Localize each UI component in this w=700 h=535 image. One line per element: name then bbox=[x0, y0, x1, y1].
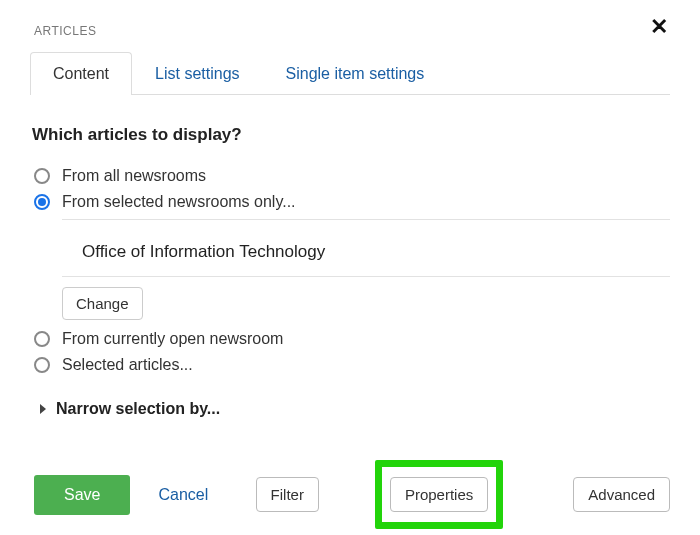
tab-bar: Content List settings Single item settin… bbox=[30, 52, 670, 95]
selected-newsroom-block: Office of Information Technology Change bbox=[62, 226, 670, 320]
tab-list-settings[interactable]: List settings bbox=[132, 52, 262, 95]
radio-label-current: From currently open newsroom bbox=[62, 330, 283, 348]
section-question: Which articles to display? bbox=[32, 125, 670, 145]
radio-option-all[interactable]: From all newsrooms bbox=[34, 167, 670, 185]
properties-highlight: Properties bbox=[375, 460, 503, 529]
caret-right-icon bbox=[40, 404, 46, 414]
narrow-selection-label: Narrow selection by... bbox=[56, 400, 220, 418]
filter-button[interactable]: Filter bbox=[256, 477, 319, 512]
radio-label-all: From all newsrooms bbox=[62, 167, 206, 185]
tab-content[interactable]: Content bbox=[30, 52, 132, 95]
radio-icon bbox=[34, 331, 50, 347]
change-button[interactable]: Change bbox=[62, 287, 143, 320]
radio-option-selected[interactable]: From selected newsrooms only... bbox=[34, 193, 670, 211]
save-button[interactable]: Save bbox=[34, 475, 130, 515]
radio-option-current[interactable]: From currently open newsroom bbox=[34, 330, 670, 348]
divider bbox=[62, 219, 670, 220]
radio-option-articles[interactable]: Selected articles... bbox=[34, 356, 670, 374]
radio-label-selected: From selected newsrooms only... bbox=[62, 193, 296, 211]
advanced-button[interactable]: Advanced bbox=[573, 477, 670, 512]
properties-button[interactable]: Properties bbox=[390, 477, 488, 512]
articles-source-radio-group: From all newsrooms From selected newsroo… bbox=[30, 167, 670, 374]
tab-single-item-settings[interactable]: Single item settings bbox=[263, 52, 448, 95]
radio-icon bbox=[34, 194, 50, 210]
narrow-selection-toggle[interactable]: Narrow selection by... bbox=[30, 400, 670, 418]
cancel-button[interactable]: Cancel bbox=[152, 485, 214, 505]
close-icon[interactable]: ✕ bbox=[650, 16, 670, 38]
panel-title: ARTICLES bbox=[30, 16, 96, 52]
footer-bar: Save Cancel Filter Properties Advanced bbox=[30, 460, 670, 529]
divider bbox=[62, 276, 670, 277]
radio-icon bbox=[34, 168, 50, 184]
radio-label-articles: Selected articles... bbox=[62, 356, 193, 374]
selected-newsroom-name: Office of Information Technology bbox=[62, 226, 670, 276]
radio-icon bbox=[34, 357, 50, 373]
